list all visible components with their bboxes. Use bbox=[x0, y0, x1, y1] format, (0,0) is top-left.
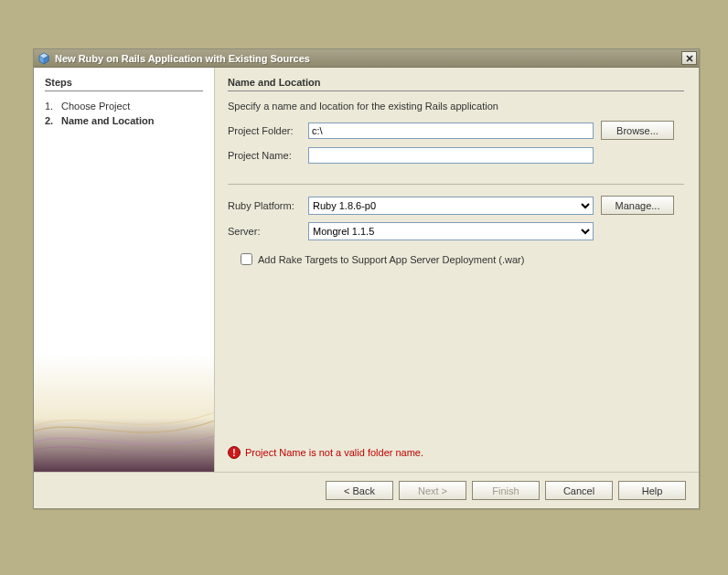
wizard-dialog: New Ruby on Rails Application with Exist… bbox=[33, 48, 700, 509]
step-item: 2. Name and Location bbox=[45, 113, 203, 128]
project-folder-label: Project Folder: bbox=[228, 125, 308, 136]
main-panel: Name and Location Specify a name and loc… bbox=[215, 68, 699, 472]
rake-targets-label: Add Rake Targets to Support App Server D… bbox=[258, 254, 524, 265]
titlebar[interactable]: New Ruby on Rails Application with Exist… bbox=[34, 49, 699, 68]
project-name-input[interactable] bbox=[308, 147, 594, 164]
project-folder-input[interactable] bbox=[308, 122, 594, 139]
browse-button[interactable]: Browse... bbox=[601, 121, 674, 140]
finish-button[interactable]: Finish bbox=[472, 481, 540, 500]
help-button[interactable]: Help bbox=[618, 481, 686, 500]
step-number: 2. bbox=[45, 115, 61, 126]
window-title: New Ruby on Rails Application with Exist… bbox=[55, 53, 310, 64]
step-label: Choose Project bbox=[61, 101, 130, 112]
divider bbox=[228, 184, 684, 185]
ruby-platform-row: Ruby Platform: Ruby 1.8.6-p0 Manage... bbox=[228, 196, 684, 215]
app-icon bbox=[37, 52, 50, 65]
close-button[interactable] bbox=[681, 51, 697, 65]
error-icon: ! bbox=[228, 446, 241, 459]
error-message: ! Project Name is not a valid folder nam… bbox=[228, 446, 423, 459]
project-name-row: Project Name: bbox=[228, 147, 684, 164]
wizard-buttonbar: < Back Next > Finish Cancel Help bbox=[34, 472, 699, 508]
steps-heading: Steps bbox=[45, 77, 203, 91]
decorative-swirl bbox=[34, 353, 214, 472]
server-label: Server: bbox=[228, 226, 308, 237]
step-item: 1. Choose Project bbox=[45, 99, 203, 113]
steps-sidebar: Steps 1. Choose Project 2. Name and Loca… bbox=[34, 68, 215, 472]
dialog-body: Steps 1. Choose Project 2. Name and Loca… bbox=[34, 68, 699, 472]
back-button[interactable]: < Back bbox=[326, 481, 393, 500]
project-name-label: Project Name: bbox=[228, 150, 308, 161]
server-row: Server: Mongrel 1.1.5 bbox=[228, 222, 684, 240]
rake-targets-checkbox[interactable] bbox=[241, 253, 252, 265]
panel-description: Specify a name and location for the exis… bbox=[228, 101, 684, 112]
step-label: Name and Location bbox=[61, 115, 154, 126]
cancel-button[interactable]: Cancel bbox=[545, 481, 613, 500]
ruby-platform-select[interactable]: Ruby 1.8.6-p0 bbox=[308, 197, 594, 215]
project-folder-row: Project Folder: Browse... bbox=[228, 121, 684, 140]
ruby-platform-label: Ruby Platform: bbox=[228, 200, 308, 211]
steps-list: 1. Choose Project 2. Name and Location bbox=[45, 99, 203, 128]
rake-targets-row: Add Rake Targets to Support App Server D… bbox=[241, 253, 684, 265]
step-number: 1. bbox=[45, 101, 61, 112]
manage-button[interactable]: Manage... bbox=[601, 196, 674, 215]
next-button[interactable]: Next > bbox=[399, 481, 466, 500]
error-text: Project Name is not a valid folder name. bbox=[245, 447, 423, 458]
panel-heading: Name and Location bbox=[228, 77, 684, 91]
server-select[interactable]: Mongrel 1.1.5 bbox=[308, 222, 594, 240]
